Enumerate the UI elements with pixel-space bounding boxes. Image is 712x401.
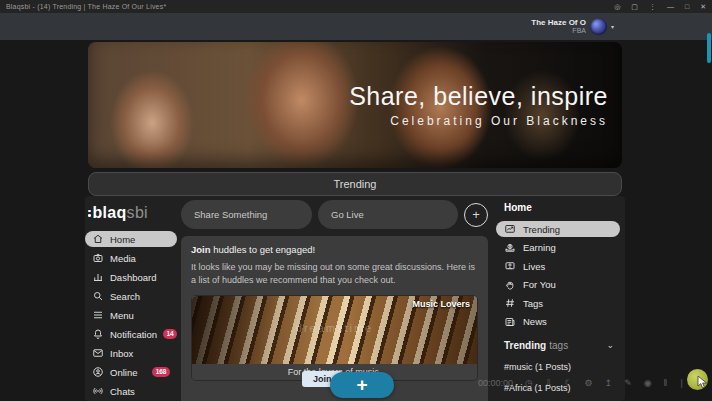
tab-trending[interactable]: Trending: [496, 221, 620, 237]
dashboard-icon: [92, 271, 104, 283]
tab-earning[interactable]: Earning: [496, 240, 620, 256]
tab-lives[interactable]: Lives: [496, 258, 620, 274]
main-column: Share Something Go Live + Join huddles t…: [181, 200, 488, 401]
hero-banner-image: Share, believe, inspire Celebrating Our …: [88, 42, 622, 168]
sidebar-item-label: Home: [110, 234, 135, 245]
tags-header-light: tags: [549, 340, 568, 351]
news-icon: [504, 316, 516, 328]
tab-label: Lives: [523, 261, 545, 272]
logo-dots-icon: [88, 210, 91, 217]
tab-news[interactable]: News: [496, 314, 620, 330]
add-post-button[interactable]: +: [464, 203, 488, 227]
sidebar-item-notification[interactable]: Notification 14: [85, 326, 177, 342]
huddle-name: Music Lovers: [412, 299, 470, 309]
share-something-input[interactable]: Share Something: [181, 200, 312, 229]
tab-label: Trending: [523, 224, 560, 235]
left-sidebar: blaq sbi Home Media Dashboard Search Men…: [85, 200, 181, 401]
scrollbar-thumb[interactable]: [707, 33, 711, 63]
sidebar-item-search[interactable]: Search: [85, 288, 177, 304]
trending-tags-header[interactable]: Trending tags ⌄: [496, 340, 622, 351]
promo-body: It looks like you may be missing out on …: [191, 261, 478, 287]
browser-tab-title: Blaqsbi - (14) Trending | The Haze Of Ou…: [6, 3, 166, 10]
close-icon[interactable]: ✕: [700, 3, 706, 10]
banner-text: Share, believe, inspire Celebrating Our …: [349, 82, 608, 128]
hashtag-icon: [504, 297, 516, 309]
user-name: The Haze Of O: [531, 18, 586, 27]
chevron-down-icon[interactable]: ⌄: [606, 340, 614, 350]
promo-title: Join huddles to get engaged!: [191, 244, 478, 255]
banner-slogan: Share, believe, inspire: [349, 82, 608, 111]
tab-label: News: [523, 316, 547, 327]
avatar[interactable]: [590, 18, 607, 35]
promo-title-rest: huddles to get engaged!: [211, 244, 316, 255]
home-icon: [92, 233, 104, 245]
sidebar-item-home[interactable]: Home: [85, 231, 177, 247]
envelope-icon: [92, 347, 104, 359]
camera-icon: [92, 252, 104, 264]
bell-icon: [92, 328, 104, 340]
tags-header-bold: Trending: [504, 340, 546, 351]
image-watermark: dreamstime: [192, 322, 477, 334]
mouse-cursor-icon: [697, 375, 708, 389]
blaqsbi-logo[interactable]: blaq sbi: [88, 204, 181, 222]
user-menu[interactable]: The Haze Of O FBA ▾: [531, 18, 614, 35]
huddle-card-music-lovers[interactable]: Music Lovers dreamstime For the lovers o…: [191, 295, 478, 381]
tag-item-africa[interactable]: #Africa (1 Posts): [496, 383, 622, 393]
go-live-input[interactable]: Go Live: [318, 200, 458, 229]
logo-bold: blaq: [93, 204, 127, 222]
browser-menu-icon[interactable]: ⋮: [649, 3, 656, 10]
browser-titlebar: Blaqsbi - (14) Trending | The Haze Of Ou…: [0, 0, 712, 13]
tab-for-you[interactable]: For You: [496, 277, 620, 293]
sidebar-item-label: Online: [110, 367, 137, 378]
user-plan-badge: FBA: [531, 27, 586, 35]
notification-count-badge: 14: [163, 329, 177, 339]
floating-add-button[interactable]: +: [330, 372, 394, 398]
fist-icon: [504, 279, 516, 291]
app-header: The Haze Of O FBA ▾: [0, 13, 712, 40]
page-content: Share, believe, inspire Celebrating Our …: [0, 40, 712, 401]
sidebar-item-label: Menu: [110, 310, 134, 321]
tab-label: Tags: [523, 298, 543, 309]
sidebar-item-dashboard[interactable]: Dashboard: [85, 269, 177, 285]
tag-item-music[interactable]: #music (1 Posts): [496, 362, 622, 372]
sidebar-item-media[interactable]: Media: [85, 250, 177, 266]
tab-tags[interactable]: Tags: [496, 295, 620, 311]
sidebar-item-inbox[interactable]: Inbox: [85, 345, 177, 361]
online-count-badge: 168: [152, 367, 170, 377]
sidebar-item-label: Search: [110, 291, 140, 302]
tab-label: Earning: [523, 242, 556, 253]
plus-icon: +: [472, 207, 480, 222]
right-section-title: Home: [496, 202, 622, 213]
page-title: Trending: [88, 172, 622, 196]
sidebar-item-label: Notification: [110, 329, 157, 340]
search-icon: [92, 290, 104, 302]
promo-title-bold: Join: [191, 244, 211, 255]
broadcast-icon: [92, 385, 104, 397]
tab-label: For You: [523, 279, 556, 290]
sidebar-item-label: Chats: [110, 386, 135, 397]
sidebar-item-menu[interactable]: Menu: [85, 307, 177, 323]
earning-icon: [504, 242, 516, 254]
chevron-down-icon[interactable]: ▾: [611, 23, 614, 30]
maximize-icon[interactable]: □: [685, 3, 689, 10]
trending-icon: [504, 223, 516, 235]
composer-row: Share Something Go Live +: [181, 200, 488, 229]
sidebar-item-label: Inbox: [110, 348, 133, 359]
sidebar-item-chats[interactable]: Chats: [85, 383, 177, 399]
window-controls: ◎ ▢ ⋮ — □ ✕: [614, 3, 706, 10]
right-sidebar: Home Trending Earning Lives For You Tags…: [496, 200, 622, 393]
tab-icon[interactable]: ▢: [631, 3, 638, 10]
sidebar-item-label: Media: [110, 253, 136, 264]
sidebar-item-online[interactable]: Online 168: [85, 364, 177, 380]
banner-subtitle: Celebrating Our Blackness: [349, 114, 608, 128]
user-text: The Haze Of O FBA: [531, 18, 586, 35]
person-icon: [92, 366, 104, 378]
plus-icon: +: [356, 375, 367, 394]
menu-icon: [92, 309, 104, 321]
sidebar-item-label: Dashboard: [110, 272, 156, 283]
minimize-icon[interactable]: —: [667, 3, 674, 10]
reader-icon[interactable]: ◎: [614, 3, 620, 10]
huddle-cover-image: Music Lovers dreamstime: [192, 296, 477, 364]
logo-light: sbi: [127, 204, 148, 222]
lives-icon: [504, 260, 516, 272]
